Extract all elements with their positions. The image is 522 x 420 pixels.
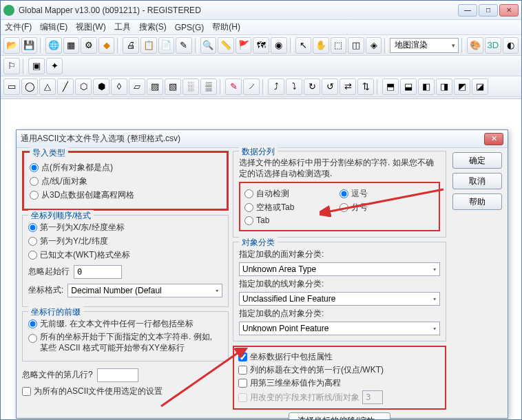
nav-c-icon[interactable]: ✦ xyxy=(46,58,63,74)
tool-e-icon[interactable]: ◈ xyxy=(366,37,382,54)
menu-view[interactable]: 视图(W) xyxy=(76,21,105,33)
edit-u-icon[interactable]: ⬒ xyxy=(382,78,399,95)
skip-start-label: 忽略起始行 xyxy=(28,266,70,277)
edit-s-icon[interactable]: ⇄ xyxy=(340,78,356,95)
radio-comma[interactable]: 逗号 xyxy=(340,188,435,200)
edit-r-icon[interactable]: ↺ xyxy=(322,78,338,95)
globe-icon[interactable]: 🌐 xyxy=(45,37,62,54)
edit-k-icon[interactable]: ░ xyxy=(182,78,199,95)
edit-d-icon[interactable]: ╱ xyxy=(57,78,74,95)
menu-gps[interactable]: GPS(G) xyxy=(175,23,205,32)
radio-point-line-face[interactable]: 点/线/面对象 xyxy=(30,176,221,187)
area-class-select[interactable]: Unknown Area Type xyxy=(239,262,440,276)
chk-break-on-change: 用改变的字段来打断线/面对象 xyxy=(238,390,441,404)
skip-lines-input[interactable] xyxy=(97,368,138,382)
edit-n-icon[interactable]: ⟋ xyxy=(243,78,260,95)
copy-icon[interactable]: 📋 xyxy=(140,37,157,54)
radio-wkt[interactable]: 已知文本(WKT)格式坐标 xyxy=(28,249,222,261)
edit-j-icon[interactable]: ▧ xyxy=(165,78,181,95)
open-icon[interactable]: 📂 xyxy=(3,37,20,54)
radio-custom-prefix[interactable]: 所有的坐标开始于下面指定的文本字符串. 例如, 某些 ASCII 格式可能开始带… xyxy=(28,332,222,353)
edit-w-icon[interactable]: ◧ xyxy=(418,78,435,95)
radio-points[interactable]: 点(所有对象都是点) xyxy=(30,162,221,174)
zoom-icon[interactable]: 🔍 xyxy=(200,37,217,54)
chk-attr-in-row[interactable]: 坐标数据行中包括属性 xyxy=(238,351,441,363)
radio-semicolon[interactable]: 分号 xyxy=(340,202,435,213)
edit-f-icon[interactable]: ⬢ xyxy=(93,78,109,95)
ruler-icon[interactable]: 📏 xyxy=(218,37,234,54)
minimize-button[interactable]: — xyxy=(458,4,477,17)
edit-l-icon[interactable]: ▒ xyxy=(200,78,217,95)
point-class-label: 指定加载的点对象分类: xyxy=(239,308,440,319)
edit-g-icon[interactable]: ◊ xyxy=(111,78,127,95)
radio-no-prefix[interactable]: 无前缀. 在文本文件中任何一行都包括坐标 xyxy=(28,318,222,330)
menu-search[interactable]: 搜索(S) xyxy=(139,21,167,33)
map-icon[interactable]: 🗺 xyxy=(253,37,269,54)
chk-header-first-row[interactable]: 列的标题在文件的第一行(仅点/WKT) xyxy=(238,364,441,376)
tool-a-icon[interactable]: ✎ xyxy=(176,37,192,54)
tool-d-icon[interactable]: ◫ xyxy=(348,37,364,54)
chk-third-as-z[interactable]: 用第三维坐标值作为高程 xyxy=(238,377,441,389)
edit-b-icon[interactable]: ◯ xyxy=(21,78,38,95)
print-icon[interactable]: 🖨 xyxy=(123,37,139,54)
menubar: 文件(F) 编辑(E) 视图(W) 工具 搜索(S) GPS(G) 帮助(H) xyxy=(1,20,521,35)
coord-format-select[interactable]: Decimal Number (Defaul xyxy=(67,284,222,297)
dialog-close-button[interactable]: ✕ xyxy=(484,133,503,145)
radio-3d-grid[interactable]: 从3D点数据创建高程网格 xyxy=(30,189,221,201)
object-class-group: 对象分类 指定加载的面对象分类: Unknown Area Type 指定加载的… xyxy=(233,242,446,342)
cancel-button[interactable]: 取消 xyxy=(452,173,502,189)
menu-help[interactable]: 帮助(H) xyxy=(212,21,240,33)
save-icon[interactable]: 💾 xyxy=(21,37,38,54)
edit-t-icon[interactable]: ⇅ xyxy=(357,78,374,95)
edit-h-icon[interactable]: ▱ xyxy=(129,78,145,95)
toolbar-3: ▭ ◯ △ ╱ ⬡ ⬢ ◊ ▱ ▨ ▧ ░ ▒ ✎ ⟋ ⤴ ⤵ ↻ ↺ ⇄ ⇅ … xyxy=(1,76,521,97)
radio-x-first[interactable]: 第一列为X/东/经度坐标 xyxy=(28,222,222,233)
close-button[interactable]: ✕ xyxy=(499,4,519,17)
radio-space-tab[interactable]: 空格或Tab xyxy=(244,202,340,213)
edit-o-icon[interactable]: ⤴ xyxy=(268,78,284,95)
radio-auto-detect[interactable]: 自动检测 xyxy=(244,188,340,200)
paste-icon[interactable]: 📄 xyxy=(158,37,175,54)
app-window: Global Mapper v13.00 (b091211) - REGISTE… xyxy=(0,0,522,420)
render-mode-dropdown[interactable]: 地图渲染 xyxy=(390,38,459,53)
radio-tab[interactable]: Tab xyxy=(244,216,340,225)
edit-z-icon[interactable]: ◪ xyxy=(472,78,488,95)
nav-a-icon[interactable]: ⚐ xyxy=(3,58,20,74)
flag-icon[interactable]: 🚩 xyxy=(236,37,252,54)
break-field-input xyxy=(362,390,383,404)
edit-q-icon[interactable]: ↻ xyxy=(304,78,320,95)
tool-b-icon[interactable]: ◉ xyxy=(271,37,287,54)
help-button[interactable]: 帮助 xyxy=(452,193,502,210)
edit-x-icon[interactable]: ◨ xyxy=(436,78,452,95)
edit-c-icon[interactable]: △ xyxy=(39,78,56,95)
offset-scale-button[interactable]: 选择坐标的偏移/缩放... xyxy=(289,412,390,420)
tool-f-icon[interactable]: 🎨 xyxy=(467,37,483,54)
edit-m-icon[interactable]: ✎ xyxy=(225,78,242,95)
tool-3d-icon[interactable]: 3D xyxy=(485,37,501,54)
cursor-icon[interactable]: ↖ xyxy=(295,37,312,54)
tool-g-icon[interactable]: ◐ xyxy=(503,37,519,54)
color-icon[interactable]: ◆ xyxy=(98,37,115,54)
skip-start-input[interactable] xyxy=(74,265,122,279)
menu-edit[interactable]: 编辑(E) xyxy=(40,21,67,33)
edit-i-icon[interactable]: ▨ xyxy=(147,78,163,95)
edit-a-icon[interactable]: ▭ xyxy=(3,78,20,95)
edit-v-icon[interactable]: ⬓ xyxy=(400,78,417,95)
dialog-title: 通用ASCII文本文件导入选项 (整理格式.csv) xyxy=(21,133,484,145)
edit-e-icon[interactable]: ⬡ xyxy=(75,78,92,95)
chk-use-for-all[interactable]: 为所有的ASCII文件使用选定的设置 xyxy=(22,386,229,397)
menu-tools[interactable]: 工具 xyxy=(114,21,131,33)
config-icon[interactable]: ⚙ xyxy=(81,37,97,54)
menu-file[interactable]: 文件(F) xyxy=(5,21,32,33)
line-class-select[interactable]: Unclassified Line Feature xyxy=(239,292,440,306)
ok-button[interactable]: 确定 xyxy=(452,152,502,169)
radio-y-first[interactable]: 第一列为Y/北/纬度 xyxy=(28,235,222,247)
edit-p-icon[interactable]: ⤵ xyxy=(286,78,302,95)
tool-c-icon[interactable]: ⬚ xyxy=(331,37,347,54)
layers-icon[interactable]: ▦ xyxy=(63,37,80,54)
nav-b-icon[interactable]: ▣ xyxy=(28,58,45,74)
point-class-select[interactable]: Unknown Point Feature xyxy=(239,322,440,335)
edit-y-icon[interactable]: ◩ xyxy=(454,78,470,95)
pan-icon[interactable]: ✋ xyxy=(313,37,329,54)
maximize-button[interactable]: □ xyxy=(479,4,498,17)
